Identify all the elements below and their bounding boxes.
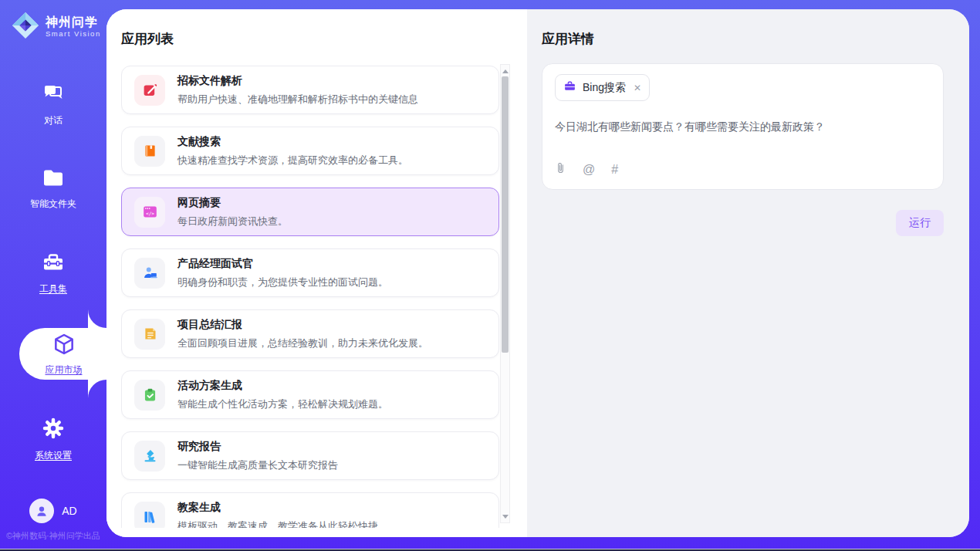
app-card-title: 活动方案生成 [177,379,388,393]
sidebar-item-label: 对话 [44,114,63,127]
app-list-scrollbar[interactable] [500,64,510,523]
app-card-desc: 帮助用户快速、准确地理解和解析招标书中的关键信息 [177,93,418,106]
bubble-curve-top [88,309,108,328]
brand-name: 神州问学 [46,16,101,29]
edit-square-icon [134,75,165,106]
app-detail-title: 应用详情 [542,30,594,48]
sidebar: 神州问学 Smart Vision 对话 智能文件夹 [0,0,106,551]
query-input[interactable]: 今日湖北有哪些新闻要点？有哪些需要关注的最新政策？ [555,120,931,134]
sidebar-item-label: 工具集 [39,282,67,296]
run-button[interactable]: 运行 [896,210,944,236]
gem-logo-icon [11,11,40,43]
prompt-card[interactable]: Bing搜索 ✕ 今日湖北有哪些新闻要点？有哪些需要关注的最新政策？ @ # [542,63,944,190]
paperclip-icon[interactable] [555,161,566,177]
gear-icon [42,417,65,443]
main-content: 应用列表 招标文件解析 帮助用户快速、准确地理解和解析招标书中的关键信息 [106,9,969,537]
microscope-icon [134,441,165,472]
app-card-desc: 模板驱动，教案速成，教学准备从此轻松快捷 [177,519,378,529]
app-detail-panel: 应用详情 Bing搜索 ✕ 今日湖北有哪些新闻要点？有哪些需要关注的最新政策？ [527,9,969,537]
clipboard-check-icon [134,380,165,411]
brand-subtitle: Smart Vision [46,30,101,38]
close-icon[interactable]: ✕ [634,83,641,93]
avatar [29,499,54,523]
user-initials: AD [62,505,76,517]
app-card-desc: 智能生成个性化活动方案，轻松解决规划难题。 [177,397,388,411]
app-list-title: 应用列表 [121,30,174,48]
tool-chip-bing-search[interactable]: Bing搜索 ✕ [555,74,650,101]
sidebar-item-settings[interactable]: 系统设置 [0,417,106,462]
scrollbar-up-arrow[interactable] [501,66,509,76]
app-card-title: 研究报告 [177,440,338,454]
scrollbar-thumb[interactable] [502,76,509,353]
user-account[interactable]: AD [0,499,106,523]
scrollbar-down-arrow[interactable] [501,511,509,522]
app-card-desc: 全面回顾项目进展，总结经验教训，助力未来优化发展。 [177,336,428,350]
app-card-lesson-plan[interactable]: 教案生成 模板驱动，教案速成，教学准备从此轻松快捷 [121,492,499,528]
app-list: 招标文件解析 帮助用户快速、准确地理解和解析招标书中的关键信息 文献搜索 快速精… [121,66,499,528]
hash-icon[interactable]: # [611,164,618,176]
folder-icon [42,168,65,191]
app-card-pm-interviewer[interactable]: 产品经理面试官 明确身份和职责，为您提供专业性的面试问题。 [121,248,499,297]
composer-toolbar: @ # [555,161,931,179]
app-card-event-plan[interactable]: 活动方案生成 智能生成个性化活动方案，轻松解决规划难题。 [121,370,499,419]
app-card-project-summary[interactable]: 项目总结汇报 全面回顾项目进展，总结经验教训，助力未来优化发展。 [121,309,499,358]
toolbox-icon [42,252,65,276]
book-icon [134,136,165,167]
app-card-desc: 一键智能生成高质量长文本研究报告 [177,458,338,472]
chat-icon [42,83,65,108]
interviewer-icon [134,258,165,289]
app-card-research-report[interactable]: 研究报告 一键智能生成高质量长文本研究报告 [121,431,499,480]
sidebar-item-label: 应用市场 [46,363,83,377]
app-card-title: 项目总结汇报 [177,318,428,332]
sidebar-item-toolset[interactable]: 工具集 [0,252,106,296]
bubble-curve-bottom [88,380,108,398]
brand-logo: 神州问学 Smart Vision [11,11,101,43]
copyright-text: ©神州数码·神州问学出品 [6,530,100,542]
tool-chip-label: Bing搜索 [583,81,626,95]
sidebar-item-smart-folder[interactable]: 智能文件夹 [0,168,106,211]
cube-icon [52,332,76,360]
books-icon [134,502,165,529]
sidebar-item-label: 系统设置 [35,449,72,462]
app-card-bid-analysis[interactable]: 招标文件解析 帮助用户快速、准确地理解和解析招标书中的关键信息 [121,66,499,114]
app-card-literature-search[interactable]: 文献搜索 快速精准查找学术资源，提高研究效率的必备工具。 [121,127,499,175]
sidebar-item-chat[interactable]: 对话 [0,83,106,127]
app-card-title: 招标文件解析 [177,74,418,88]
sidebar-item-app-market[interactable]: 应用市场 [19,328,108,380]
browser-code-icon: </> [134,197,165,228]
app-card-web-summary[interactable]: </> 网页摘要 每日政府新闻资讯快查。 [121,188,499,236]
app-card-desc: 每日政府新闻资讯快查。 [177,215,288,228]
app-card-desc: 明确身份和职责，为您提供专业性的面试问题。 [177,276,388,289]
app-card-title: 产品经理面试官 [177,257,388,271]
briefcase-icon [563,79,576,96]
note-icon [134,319,165,350]
sidebar-item-label: 智能文件夹 [30,198,76,211]
app-card-title: 文献搜索 [177,135,408,149]
at-icon[interactable]: @ [583,164,595,176]
svg-text:</>: </> [145,211,154,216]
app-card-title: 教案生成 [177,501,378,515]
app-list-panel: 应用列表 招标文件解析 帮助用户快速、准确地理解和解析招标书中的关键信息 [106,9,527,537]
app-card-title: 网页摘要 [177,196,288,210]
app-card-desc: 快速精准查找学术资源，提高研究效率的必备工具。 [177,154,408,167]
